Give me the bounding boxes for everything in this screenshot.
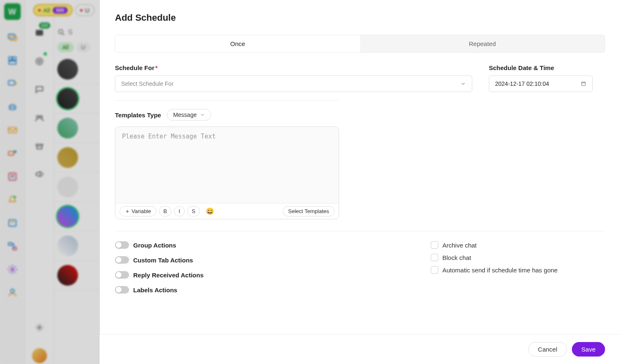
recurrence-tabbar: Once Repeated [115,35,605,53]
options-row: Group Actions Custom Tab Actions Reply R… [115,231,605,294]
toggle-reply-received: Reply Received Actions [115,271,204,279]
select-templates-button[interactable]: Select Templates [283,206,334,216]
templates-type-label: Templates Type [115,112,161,119]
check-auto-send: Automatic send if schedule time has gone [431,266,605,274]
message-editor: Variable B I S 😀 Select Templates [115,126,339,219]
reply-received-toggle[interactable] [115,271,129,279]
emoji-button[interactable]: 😀 [203,206,217,216]
plus-icon [125,209,130,214]
schedule-row: Schedule For* Select Schedule For Schedu… [115,64,605,92]
italic-button[interactable]: I [174,206,185,216]
calendar-icon [581,81,586,87]
archive-checkbox[interactable] [431,241,438,249]
strike-button[interactable]: S [187,206,200,216]
add-schedule-modal: Add Schedule Once Repeated Schedule For*… [100,0,620,364]
editor-toolbar: Variable B I S 😀 Select Templates [115,203,339,219]
chevron-down-icon [460,81,466,87]
toggle-group-actions: Group Actions [115,241,204,249]
toggle-list: Group Actions Custom Tab Actions Reply R… [115,241,204,294]
required-mark: * [155,64,158,71]
schedule-for-col: Schedule For* Select Schedule For [115,64,472,92]
auto-send-checkbox[interactable] [431,266,438,274]
message-textarea[interactable] [115,127,339,201]
custom-tab-toggle[interactable] [115,256,129,264]
labels-actions-toggle[interactable] [115,286,129,294]
schedule-for-placeholder: Select Schedule For [121,80,173,87]
toggle-labels-actions: Labels Actions [115,286,204,294]
archive-label: Archive chat [442,242,477,249]
auto-send-label: Automatic send if schedule time has gone [442,267,558,274]
cancel-button[interactable]: Cancel [528,342,567,357]
save-button[interactable]: Save [572,342,605,357]
group-actions-toggle[interactable] [115,241,129,249]
schedule-for-label: Schedule For* [115,64,472,71]
bold-button[interactable]: B [159,206,172,216]
tab-repeated[interactable]: Repeated [360,35,605,52]
variable-button[interactable]: Variable [120,206,156,216]
group-actions-label: Group Actions [133,242,176,249]
check-block: Block chat [431,254,605,261]
schedule-date-input[interactable]: 2024-12-17 02:10:04 [489,75,593,92]
modal-title: Add Schedule [115,12,605,23]
modal-footer: Cancel Save [100,334,620,364]
divider [115,100,339,101]
templates-type-select[interactable]: Message [167,109,211,121]
block-checkbox[interactable] [431,254,438,261]
check-archive: Archive chat [431,241,605,249]
labels-actions-label: Labels Actions [133,286,177,294]
schedule-date-col: Schedule Date & Time 2024-12-17 02:10:04 [489,64,605,92]
svg-rect-31 [581,82,585,86]
toggle-custom-tab: Custom Tab Actions [115,256,204,264]
schedule-for-select[interactable]: Select Schedule For [115,75,472,92]
templates-type-value: Message [173,112,197,118]
schedule-date-value: 2024-12-17 02:10:04 [495,80,549,87]
templates-type-row: Templates Type Message [115,109,605,121]
chevron-down-icon [200,112,205,117]
tab-once[interactable]: Once [115,35,360,52]
schedule-date-label: Schedule Date & Time [489,64,605,71]
check-list: Archive chat Block chat Automatic send i… [431,241,605,294]
custom-tab-label: Custom Tab Actions [133,257,193,264]
block-label: Block chat [442,254,471,261]
reply-received-label: Reply Received Actions [133,272,204,279]
